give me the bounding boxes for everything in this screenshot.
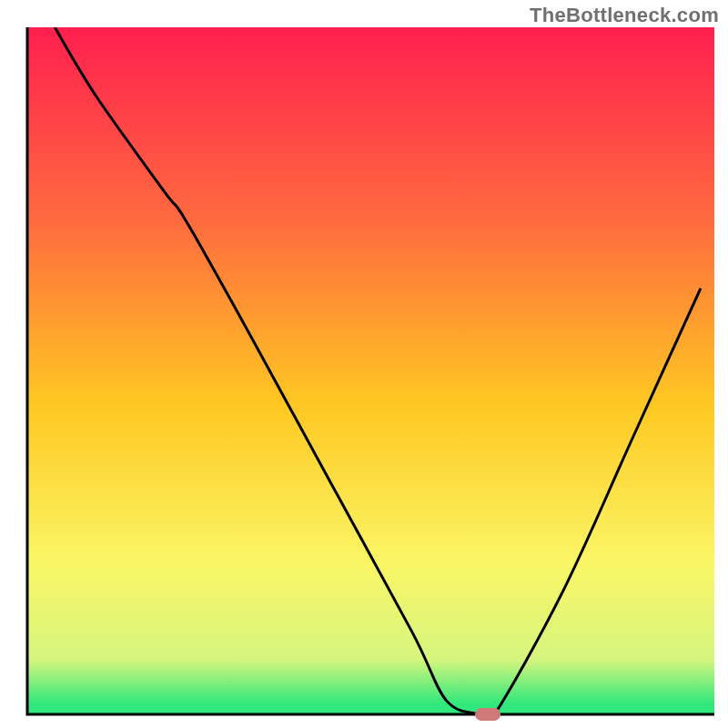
- chart-svg: [0, 0, 728, 728]
- optimal-marker: [475, 708, 500, 721]
- chart-container: TheBottleneck.com: [0, 0, 728, 728]
- plot-background: [27, 27, 714, 714]
- watermark-text: TheBottleneck.com: [530, 4, 719, 27]
